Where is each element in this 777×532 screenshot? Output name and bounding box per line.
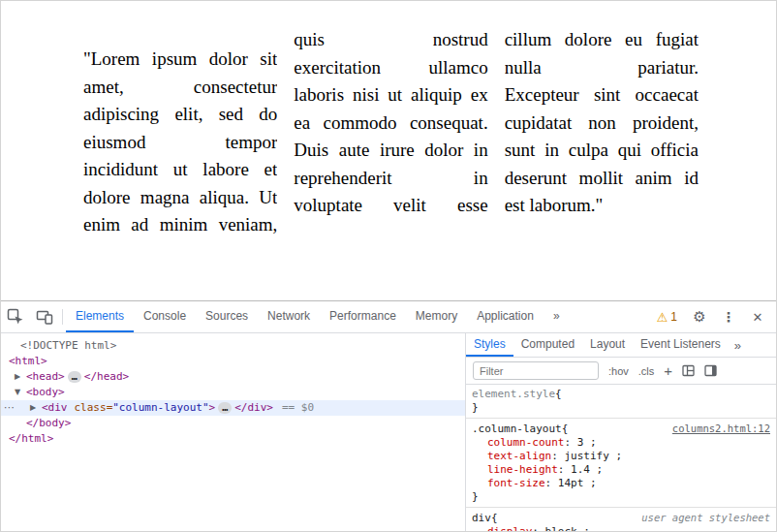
tree-node-head[interactable]: <head>…</head> [1,369,465,385]
element-classes-button[interactable]: .cls [638,365,655,377]
tree-node-body-close[interactable]: </body> [1,416,465,431]
close-brace [472,490,479,503]
css-property[interactable]: displayblock [472,525,770,531]
div-attr-name[interactable]: class [75,401,113,414]
tab-layout[interactable]: Layout [582,333,633,357]
kebab-menu-icon[interactable]: ⋮ [714,309,743,325]
device-toolbar-icon[interactable] [30,301,59,332]
div-open-tag: <div [42,401,68,414]
property-name[interactable]: column-count [487,436,577,449]
tree-node-doctype[interactable]: <!DOCTYPE html> [1,338,465,354]
close-devtools-icon[interactable]: ✕ [743,310,772,325]
body-close-tag: </body> [26,417,71,429]
text-line: cupidatat non proident, [505,110,699,138]
hidden-children-ellipsis[interactable]: … [68,371,81,383]
property-name[interactable]: display [487,525,545,531]
expand-arrow-icon[interactable] [15,369,26,385]
property-value[interactable]: 1.4 [571,463,590,476]
computed-sidebar-toggle-icon[interactable] [704,364,717,377]
tab-event-listeners[interactable]: Event Listeners [633,333,729,357]
property-value[interactable]: block [545,525,577,531]
tab-application[interactable]: Application [467,301,544,332]
text-line: incididunt ut labore et [83,156,277,184]
tab-console[interactable]: Console [134,301,196,332]
property-name[interactable]: line-height [487,463,571,476]
toggle-element-state-button[interactable]: :hov [608,365,629,377]
text-line: amet, consectetur [83,74,277,102]
selected-node-marker: == $0 [282,401,314,414]
tree-node-div-selected[interactable]: <divclass"column-layout">…</div>== $0 [1,400,465,416]
property-value[interactable]: 14pt [558,477,584,489]
tab-styles[interactable]: Styles [466,333,513,357]
node-actions-icon[interactable] [4,400,15,416]
text-line: "Lorem ipsum dolor sit [83,46,277,74]
hidden-children-ellipsis[interactable]: … [218,402,232,414]
column-layout: "Lorem ipsum dolor sit amet, consectetur… [1,1,776,300]
inspect-cursor-glyph [7,308,24,326]
div-attr-value[interactable]: "column-layout" [112,401,208,414]
tab-performance[interactable]: Performance [320,301,406,332]
stylesheet-source-link[interactable]: columns2.html:12 [672,422,770,435]
css-property[interactable]: font-size14pt [472,477,770,490]
property-value[interactable]: 3 [577,436,584,449]
text-line: exercitation ullamco [294,54,487,82]
collapse-arrow-icon[interactable] [15,385,26,400]
open-brace [562,422,569,436]
devtools-body: <!DOCTYPE html> <html> <head>…</head> <b… [1,333,776,531]
text-line: nulla pariatur. [505,54,699,82]
tab-elements[interactable]: Elements [66,301,134,332]
text-line: enim ad minim veniam, [83,211,277,239]
text-line: voluptate velit esse [294,192,487,220]
rule-element-style: element.style [466,385,776,419]
inspect-element-icon[interactable] [1,301,30,332]
div-open-tag-end: > [209,401,216,414]
text-column-1: "Lorem ipsum dolor sit amet, consectetur… [83,26,277,300]
warnings-button[interactable]: ⚠ 1 [649,310,685,325]
rule-div-user-agent: div user agent stylesheet displayblock [466,508,776,531]
text-line: reprehenderit in [294,165,487,193]
warning-icon: ⚠ [657,310,668,325]
property-value[interactable]: justify [564,450,608,462]
html-close-tag: </html> [9,432,53,445]
elements-panel: <!DOCTYPE html> <html> <head>…</head> <b… [1,333,466,531]
styles-toolbar: :hov .cls + [466,358,776,385]
text-line: sunt in culpa qui officia [505,137,699,165]
rule-selector[interactable]: element.style [472,388,555,401]
new-style-rule-button[interactable]: + [664,363,672,378]
text-line: dolore magna aliqua. Ut [83,184,277,212]
doctype-text: <!DOCTYPE html> [20,339,116,352]
styles-rules-list: element.style .column-layout columns2.ht… [466,385,776,531]
more-sidebar-tabs-icon[interactable]: » [729,333,747,357]
more-tabs-icon[interactable]: » [544,301,570,332]
text-column-3: cillum dolore eu fugiat nulla pariatur. … [505,26,699,300]
devtools-toolbar: Elements Console Sources Network Perform… [1,301,776,333]
text-line: Duis aute irure dolor in [294,137,487,165]
rule-selector[interactable]: div [472,512,491,525]
tree-node-html-open[interactable]: <html> [1,354,465,369]
open-brace [491,512,498,525]
text-line: deserunt mollit anim id [505,165,699,193]
tree-node-body-open[interactable]: <body> [1,385,465,400]
tab-network[interactable]: Network [258,301,320,332]
property-name[interactable]: font-size [487,477,558,489]
head-close-tag: </head> [84,370,129,383]
tab-sources[interactable]: Sources [196,301,258,332]
expand-arrow-icon[interactable] [30,400,42,416]
close-brace [472,401,479,414]
tab-computed[interactable]: Computed [513,333,582,357]
tab-memory[interactable]: Memory [406,301,467,332]
render-emulation-icon[interactable] [682,364,695,377]
styles-filter-input[interactable] [473,361,599,380]
css-property[interactable]: line-height1.4 [472,463,770,477]
tree-node-html-close[interactable]: </html> [1,431,465,447]
css-property[interactable]: column-count3 [472,436,770,450]
property-name[interactable]: text-align [487,450,564,462]
devtools-panel: Elements Console Sources Network Perform… [1,300,776,531]
rule-selector[interactable]: .column-layout [472,422,562,436]
styles-sidebar: Styles Computed Layout Event Listeners »… [466,333,776,531]
settings-gear-icon[interactable]: ⚙ [685,308,714,326]
text-column-2: quis nostrud exercitation ullamco labori… [294,26,487,300]
text-line: quis nostrud [294,26,487,54]
css-property[interactable]: text-alignjustify [472,450,770,463]
text-line: est laborum." [505,192,699,220]
